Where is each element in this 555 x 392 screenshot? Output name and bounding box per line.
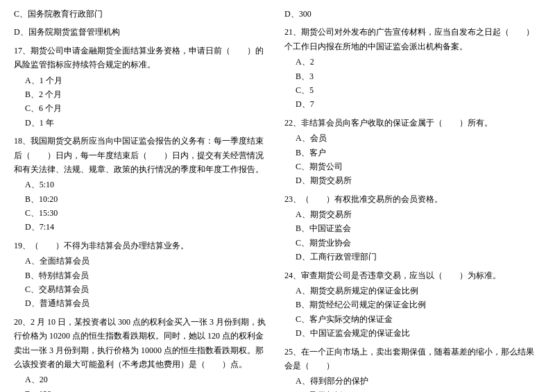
question-text: C、国务院教育行政部门 xyxy=(14,7,271,21)
option: D、7:14 xyxy=(14,220,271,234)
option: B、客户 xyxy=(284,146,541,160)
option: D、中国证监会规定的保证金比 xyxy=(284,326,541,340)
question-text: D、国务院期货监督管理机构 xyxy=(14,25,271,39)
option: D、普通结算会员 xyxy=(14,296,271,310)
option: A、会员 xyxy=(284,131,541,145)
option: B、3 xyxy=(284,69,541,83)
question-text: D、300 xyxy=(284,7,541,21)
question-text: 25、在一个正向市场上，卖出套期保值，随着基差的缩小，那么结果会是（ ） xyxy=(284,345,541,373)
option: A、5:10 xyxy=(14,178,271,191)
question-block: 19、（ ）不得为非结算会员办理结算业务。A、全面结算会员B、特别结算会员C、交… xyxy=(14,239,271,311)
question-block: 21、期货公司对外发布的广告宣传材料，应当自发布之日起（ ）个工作日内报在所地的… xyxy=(284,25,541,111)
option: A、期货交易所规定的保证金比例 xyxy=(284,284,541,298)
option: A、全面结算会员 xyxy=(14,254,271,268)
option: A、期货交易所 xyxy=(284,207,541,221)
question-block: 17、期货公司申请金融期货全面结算业务资格，申请日前（ ）的风险监管指标应持续符… xyxy=(14,44,271,130)
option: D、7 xyxy=(284,97,541,111)
option: C、15:30 xyxy=(14,206,271,220)
option: D、工商行政管理部门 xyxy=(284,250,541,264)
page-content: C、国务院教育行政部门D、国务院期货监督管理机构17、期货公司申请金融期货全面结… xyxy=(14,7,541,392)
question-text: 19、（ ）不得为非结算会员办理结算业务。 xyxy=(14,239,271,253)
question-text: 24、审查期货公司是否违章交易，应当以（ ）为标准。 xyxy=(284,269,541,282)
question-block: C、国务院教育行政部门 xyxy=(14,7,271,21)
option: C、期货公司 xyxy=(284,160,541,173)
option: A、2 xyxy=(284,55,541,69)
option: B、2 个月 xyxy=(14,87,271,101)
question-text: 20、2 月 10 日，某投资者以 300 点的权利金买入一张 3 月份到期，执… xyxy=(14,315,271,372)
option: A、1 个月 xyxy=(14,74,271,87)
option: A、20 xyxy=(14,373,271,386)
option: C、客户实际交纳的保证金 xyxy=(284,312,541,326)
option: B、期货经纪公司规定的保证金比例 xyxy=(284,298,541,312)
question-block: D、300 xyxy=(284,7,541,21)
question-block: 22、非结算会员向客户收取的保证金属于（ ）所有。A、会员B、客户C、期货公司D… xyxy=(284,116,541,188)
question-block: 18、我国期货交易所应当向中国证监会报告的义务有：每一季度结束后（ ）日内，每一… xyxy=(14,134,271,235)
option: B、中国证监会 xyxy=(284,221,541,235)
question-text: 23、（ ）有权批准交易所的会员资格。 xyxy=(284,192,541,206)
option: D、期货交易所 xyxy=(284,173,541,187)
question-text: 17、期货公司申请金融期货全面结算业务资格，申请日前（ ）的风险监管指标应持续符… xyxy=(14,44,271,72)
option: B、特别结算会员 xyxy=(14,269,271,282)
option: D、1 年 xyxy=(14,116,271,130)
option: C、期货业协会 xyxy=(284,236,541,250)
question-block: 25、在一个正向市场上，卖出套期保值，随着基差的缩小，那么结果会是（ ）A、得到… xyxy=(284,345,541,392)
question-text: 21、期货公司对外发布的广告宣传材料，应当自发布之日起（ ）个工作日内报在所地的… xyxy=(284,25,541,53)
question-text: 22、非结算会员向客户收取的保证金属于（ ）所有。 xyxy=(284,116,541,130)
question-block: D、国务院期货监督管理机构 xyxy=(14,25,271,39)
question-block: 20、2 月 10 日，某投资者以 300 点的权利金买入一张 3 月份到期，执… xyxy=(14,315,271,392)
left-column: C、国务院教育行政部门D、国务院期货监督管理机构17、期货公司申请金融期货全面结… xyxy=(14,7,271,392)
question-text: 18、我国期货交易所应当向中国证监会报告的义务有：每一季度结束后（ ）日内，每一… xyxy=(14,134,271,176)
option: A、得到部分的保护 xyxy=(284,374,541,388)
option: C、6 个月 xyxy=(14,101,271,115)
option: C、5 xyxy=(284,83,541,97)
question-block: 23、（ ）有权批准交易所的会员资格。A、期货交易所B、中国证监会C、期货业协会… xyxy=(284,192,541,264)
question-block: 24、审查期货公司是否违章交易，应当以（ ）为标准。A、期货交易所规定的保证金比… xyxy=(284,269,541,341)
right-column: D、30021、期货公司对外发布的广告宣传材料，应当自发布之日起（ ）个工作日内… xyxy=(284,7,541,392)
option: C、交易结算会员 xyxy=(14,282,271,296)
option: B、10:20 xyxy=(14,192,271,206)
option: B、盈亏相抵 xyxy=(284,389,541,392)
option: B、120 xyxy=(14,387,271,392)
